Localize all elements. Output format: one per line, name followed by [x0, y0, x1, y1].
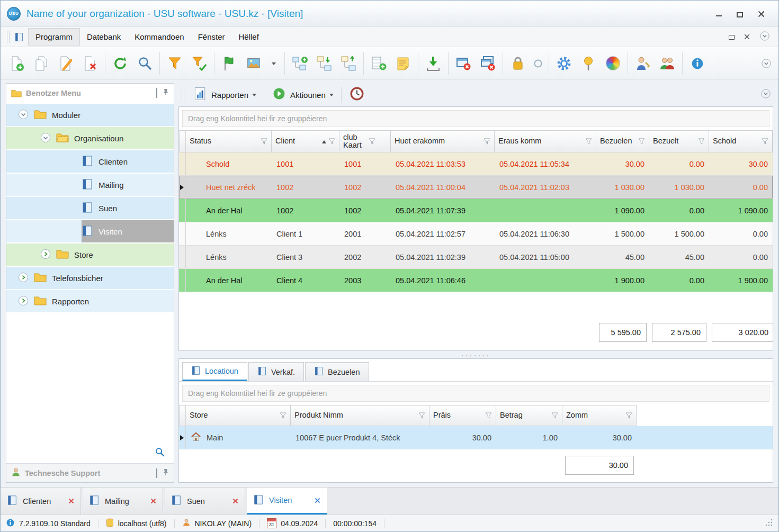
- expand-toggle-icon[interactable]: [40, 249, 51, 261]
- filter-check-icon[interactable]: [187, 50, 211, 77]
- collapse-toggle-icon[interactable]: [40, 132, 51, 145]
- selected-tree-item[interactable]: Visiten: [82, 220, 174, 242]
- minimize-icon[interactable]: [712, 8, 726, 20]
- float-panel-icon[interactable]: [156, 88, 157, 98]
- doc-tab-visiten[interactable]: Visiten: [247, 488, 327, 515]
- tree-item-clienten[interactable]: Clienten: [6, 150, 174, 173]
- notes-icon[interactable]: [391, 50, 415, 77]
- copy-document-icon[interactable]: [29, 50, 53, 77]
- tree-item-mailing[interactable]: Mailing: [6, 174, 174, 196]
- resize-grip[interactable]: [765, 518, 773, 528]
- export-icon[interactable]: [421, 50, 445, 77]
- table-row[interactable]: An der Hal Client 4 2003 05.04.2021 11:0…: [179, 269, 773, 292]
- settings-gear-icon[interactable]: [552, 50, 576, 77]
- tab-verkaf[interactable]: Verkaf.: [248, 362, 304, 381]
- history-icon[interactable]: [530, 50, 546, 77]
- aktiounen-play-icon[interactable]: [272, 86, 286, 103]
- column-header-zomm[interactable]: Zomm: [562, 405, 637, 426]
- doc-tab-clienten[interactable]: Clienten: [1, 488, 81, 515]
- filter-icon[interactable]: [163, 50, 187, 77]
- mdi-close-icon[interactable]: [744, 32, 750, 42]
- table-row-selected[interactable]: Main 10067 E puer Produkt 4, Stéck 30.00…: [179, 426, 773, 449]
- image-icon[interactable]: [241, 50, 266, 77]
- add-row-icon[interactable]: [366, 50, 391, 77]
- flag-icon[interactable]: [217, 50, 241, 77]
- chevron-down-icon[interactable]: [252, 94, 256, 98]
- menu-kommandoen[interactable]: Kommandoen: [128, 29, 191, 45]
- table-row[interactable]: Schold 1001 1001 05.04.2021 11:03:53 05.…: [179, 152, 773, 176]
- tree-search-icon[interactable]: [155, 447, 165, 459]
- tree-expand-icon[interactable]: [312, 50, 336, 77]
- column-header-store[interactable]: Store: [186, 405, 291, 426]
- tree-item-visiten[interactable]: Visiten: [6, 220, 174, 242]
- color-wheel-icon[interactable]: [601, 50, 625, 77]
- tree-item-moduler[interactable]: Moduler: [6, 104, 174, 126]
- aktiounen-button[interactable]: Aktiounen: [290, 91, 326, 100]
- collapse-toggle-icon[interactable]: [18, 109, 29, 121]
- map-pin-icon[interactable]: [576, 50, 601, 77]
- table-row[interactable]: An der Hal 1002 1002 05.04.2021 11:07:39…: [179, 199, 773, 222]
- tree-add-icon[interactable]: [288, 50, 312, 77]
- tree-collapse-icon[interactable]: [336, 50, 361, 77]
- action-bar-grip[interactable]: [182, 89, 184, 101]
- column-header-produkt-nimm[interactable]: Produkt Nimm: [291, 405, 429, 426]
- close-tab-icon[interactable]: [232, 498, 238, 504]
- expand-toggle-icon[interactable]: [18, 295, 29, 308]
- column-header-client[interactable]: Client: [272, 130, 339, 152]
- doc-tab-mailing[interactable]: Mailing: [83, 488, 163, 515]
- close-window-icon[interactable]: [451, 50, 476, 77]
- new-document-icon[interactable]: [5, 50, 29, 77]
- table-row-selected[interactable]: Huet net zréck 1002 1002 05.04.2021 11:0…: [179, 176, 773, 199]
- menu-datebank[interactable]: Datebank: [80, 29, 128, 45]
- tree-item-telefonsbicher[interactable]: Telefonsbicher: [6, 267, 174, 289]
- search-icon[interactable]: [132, 50, 157, 77]
- menu-programm[interactable]: Programm: [28, 28, 80, 46]
- column-header-betrag[interactable]: Betrag: [496, 405, 562, 426]
- users-group-icon[interactable]: [655, 50, 679, 77]
- doc-tab-suen[interactable]: Suen: [165, 488, 245, 515]
- clock-icon[interactable]: [349, 86, 365, 104]
- tree-item-organisatioun[interactable]: Organisatioun: [6, 127, 174, 149]
- table-row[interactable]: Lénks Client 1 2001 05.04.2021 11:02:57 …: [179, 222, 773, 246]
- column-header-status[interactable]: Status: [186, 130, 272, 152]
- column-header-schold[interactable]: Schold: [709, 130, 773, 152]
- pin-icon[interactable]: [163, 468, 169, 477]
- toolbar-overflow-icon[interactable]: [758, 50, 774, 77]
- tree-item-store[interactable]: Store: [6, 244, 174, 266]
- delete-document-icon[interactable]: [78, 50, 102, 77]
- tree-item-suen[interactable]: Suen: [6, 197, 174, 219]
- column-header-bezuelt[interactable]: Bezuelt: [649, 130, 709, 152]
- tab-locatioun[interactable]: Locatioun: [182, 362, 247, 381]
- column-header-huet-erakomm[interactable]: Huet erakomm: [391, 130, 495, 152]
- close-tab-icon[interactable]: [150, 498, 156, 504]
- maximize-icon[interactable]: [733, 8, 747, 20]
- close-icon[interactable]: [754, 8, 768, 20]
- info-icon[interactable]: [685, 50, 710, 77]
- chevron-down-icon[interactable]: [329, 94, 334, 98]
- column-header-prais[interactable]: Präis: [429, 405, 496, 426]
- close-tab-icon[interactable]: [315, 498, 320, 503]
- column-header-eraus-komm[interactable]: Eraus komm: [495, 130, 596, 152]
- rapporten-button[interactable]: Rapporten: [211, 91, 248, 100]
- close-all-windows-icon[interactable]: [476, 50, 500, 77]
- lock-icon[interactable]: [506, 50, 530, 77]
- column-header-bezuelen[interactable]: Bezuelen: [596, 130, 649, 152]
- close-tab-icon[interactable]: [68, 498, 74, 504]
- image-dropdown-icon[interactable]: [266, 50, 282, 77]
- column-header-club-kaart[interactable]: club Kaart: [339, 130, 391, 152]
- action-bar-overflow-icon[interactable]: [760, 88, 771, 101]
- edit-document-icon[interactable]: [53, 50, 78, 77]
- menubar-overflow-icon[interactable]: [759, 31, 770, 43]
- tree-item-rapporten[interactable]: Rapporten: [6, 290, 174, 312]
- table-row[interactable]: Lénks Client 3 2002 05.04.2021 11:02:39 …: [179, 246, 773, 269]
- expand-toggle-icon[interactable]: [18, 272, 29, 284]
- pin-icon[interactable]: [163, 88, 169, 98]
- menu-hellef[interactable]: Hëllef: [232, 29, 266, 45]
- tab-bezuelen[interactable]: Bezuelen: [305, 362, 369, 381]
- refresh-icon[interactable]: [108, 50, 132, 77]
- mdi-restore-icon[interactable]: [729, 32, 735, 42]
- panel-splitter[interactable]: [178, 351, 773, 358]
- user-permissions-icon[interactable]: [631, 50, 655, 77]
- support-panel-header[interactable]: Technesche Support: [6, 463, 174, 482]
- float-panel-icon[interactable]: [156, 469, 157, 477]
